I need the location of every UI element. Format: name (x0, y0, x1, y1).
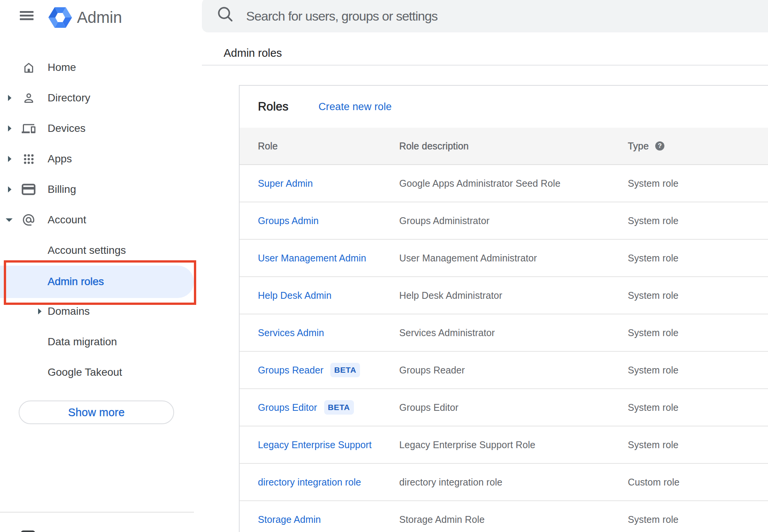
search-bar (202, 0, 768, 32)
product-name: Admin (77, 7, 122, 28)
sidebar-item-label: Admin roles (48, 266, 104, 297)
column-header-type: Type ? (628, 141, 664, 152)
role-description: Services Administrator (399, 327, 628, 338)
roles-card-title: Roles (258, 86, 288, 128)
role-description: Help Desk Administrator (399, 290, 628, 301)
roles-card-header: Roles Create new role (240, 86, 768, 128)
sidebar-item-label: Google Takeout (48, 357, 122, 388)
role-description: directory integration role (399, 477, 628, 488)
chevron-right-icon (8, 113, 11, 144)
column-header-role-description: Role description (399, 141, 628, 152)
admin-logo-icon[interactable] (48, 7, 72, 28)
sidebar-item-label: Domains (48, 296, 90, 327)
table-row: Super Admin Google Apps Administrator Se… (240, 165, 768, 202)
title-divider (202, 65, 768, 66)
role-description: Groups Editor (399, 402, 628, 413)
table-row: Groups Editor BETA Groups Editor System … (240, 389, 768, 426)
sidebar-item-devices[interactable]: Devices (0, 113, 197, 144)
table-row: Groups Reader BETA Groups Reader System … (240, 352, 768, 389)
role-link[interactable]: Help Desk Admin (258, 290, 331, 301)
role-type: System role (628, 215, 678, 226)
create-new-role-link[interactable]: Create new role (318, 86, 392, 128)
role-link[interactable]: Groups Editor (258, 402, 317, 413)
billing-icon (22, 174, 35, 205)
sidebar-item-label: Billing (48, 174, 76, 205)
role-type: System role (628, 365, 678, 376)
home-icon (22, 52, 35, 83)
table-row: Help Desk Admin Help Desk Administrator … (240, 277, 768, 314)
role-description: Groups Administrator (399, 215, 628, 226)
table-row: directory integration role directory int… (240, 464, 768, 501)
role-description: User Management Administrator (399, 253, 628, 264)
role-link[interactable]: Super Admin (258, 178, 313, 189)
sidebar-item-google-takeout[interactable]: Google Takeout (0, 357, 197, 388)
table-row: Groups Admin Groups Administrator System… (240, 202, 768, 240)
roles-table-body: Super Admin Google Apps Administrator Se… (240, 165, 768, 532)
sidebar-item-label: Account (48, 205, 86, 235)
sidebar-item-data-migration[interactable]: Data migration (0, 327, 197, 357)
feedback-icon (21, 530, 35, 532)
sidebar-item-label: Home (48, 52, 76, 83)
at-icon (22, 205, 35, 235)
chevron-down-icon (6, 205, 13, 235)
sidebar-item-label: Apps (48, 144, 72, 174)
sidebar-item-billing[interactable]: Billing (0, 174, 197, 205)
show-more-button[interactable]: Show more (19, 401, 174, 424)
sidebar-item-label: Data migration (48, 327, 117, 357)
role-type: System role (628, 327, 678, 338)
role-type: System role (628, 178, 678, 189)
sidebar-divider (0, 512, 194, 513)
sidebar-item-label: Account settings (48, 235, 126, 266)
role-description: Legacy Enterprise Support Role (399, 439, 628, 450)
sidebar-item-label: Devices (48, 113, 86, 144)
menu-icon[interactable] (20, 11, 34, 21)
devices-icon (22, 113, 35, 144)
chevron-right-icon (8, 144, 11, 174)
role-link[interactable]: Storage Admin (258, 514, 321, 525)
role-description: Storage Admin Role (399, 514, 628, 525)
role-link[interactable]: Groups Admin (258, 215, 319, 226)
person-icon (22, 83, 35, 113)
role-type: System role (628, 253, 678, 264)
sidebar: Admin Home Directory (0, 0, 202, 532)
beta-badge: BETA (330, 363, 360, 377)
role-type: System role (628, 439, 678, 450)
sidebar-item-apps[interactable]: Apps (0, 144, 197, 174)
help-icon[interactable]: ? (655, 141, 664, 151)
admin-console: Admin Home Directory (0, 0, 768, 532)
roles-card: Roles Create new role Role Role descript… (239, 85, 768, 532)
sidebar-item-account-settings[interactable]: Account settings (0, 235, 197, 266)
role-link[interactable]: directory integration role (258, 477, 361, 488)
chevron-right-icon (38, 296, 42, 327)
page-title: Admin roles (224, 45, 282, 61)
role-link[interactable]: Services Admin (258, 327, 324, 338)
beta-badge: BETA (324, 400, 354, 415)
sidebar-item-account[interactable]: Account (0, 205, 197, 235)
sidebar-item-directory[interactable]: Directory (0, 83, 197, 113)
table-header-row: Role Role description Type ? (240, 128, 768, 165)
table-row: Legacy Enterprise Support Legacy Enterpr… (240, 426, 768, 464)
role-type: System role (628, 402, 678, 413)
chevron-right-icon (8, 174, 11, 205)
sidebar-item-home[interactable]: Home (0, 52, 197, 83)
role-type: System role (628, 514, 678, 525)
sidebar-item-domains[interactable]: Domains (0, 296, 197, 327)
sidebar-item-admin-roles[interactable]: Admin roles (0, 266, 197, 297)
role-link[interactable]: Legacy Enterprise Support (258, 439, 372, 450)
role-type: Custom role (628, 477, 680, 488)
table-row: User Management Admin User Management Ad… (240, 240, 768, 277)
role-link[interactable]: User Management Admin (258, 253, 366, 264)
role-description: Groups Reader (399, 365, 628, 376)
chevron-right-icon (8, 83, 11, 113)
table-row: Services Admin Services Administrator Sy… (240, 314, 768, 352)
role-type: System role (628, 290, 678, 301)
sidebar-item-label: Directory (48, 83, 90, 113)
table-row: Storage Admin Storage Admin Role System … (240, 501, 768, 532)
column-header-role: Role (258, 141, 399, 152)
apps-icon (22, 144, 35, 174)
role-description: Google Apps Administrator Seed Role (399, 178, 628, 189)
role-link[interactable]: Groups Reader (258, 365, 323, 376)
search-input[interactable] (202, 0, 768, 32)
